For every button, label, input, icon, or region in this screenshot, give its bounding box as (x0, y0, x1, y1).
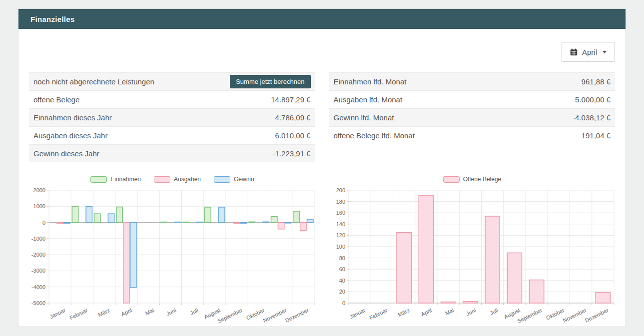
summary-value: 5.000,00 € (575, 95, 611, 104)
summary-label: Gewinn lfd. Monat (334, 113, 394, 122)
bar-einnahmen (116, 207, 122, 223)
panel-title: Finanzielles (30, 15, 75, 23)
svg-text:Dezember: Dezember (284, 307, 310, 324)
bar-gewinn (307, 219, 313, 222)
svg-text:80: 80 (339, 255, 345, 261)
svg-text:1000: 1000 (33, 203, 45, 209)
bar-gewinn (263, 222, 269, 222)
summary-label: Gewinn dieses Jahr (33, 149, 99, 158)
summary-value: 14.897,29 € (271, 95, 310, 104)
legend-item[interactable]: Ausgaben (154, 176, 201, 183)
svg-text:März: März (97, 307, 110, 318)
bar-ausgaben (123, 223, 129, 303)
legend-label: Ausgaben (174, 176, 201, 183)
month-summary-table: Einnahmen lfd. Monat961,88 €Ausgaben lfd… (329, 72, 616, 162)
legend-swatch (90, 176, 107, 183)
open-invoices-legend: Offene Belege (329, 174, 616, 184)
bar-einnahmen (249, 222, 255, 222)
svg-text:120: 120 (336, 232, 345, 238)
table-row: Ausgaben lfd. Monat5.000,00 € (329, 90, 616, 108)
svg-text:0: 0 (342, 300, 345, 306)
svg-text:Januar: Januar (349, 307, 367, 320)
bar-ausgaben (278, 223, 284, 229)
bar-ausgaben (300, 223, 306, 231)
bar-einnahmen (205, 207, 211, 223)
open-invoices-bar-chart-canvas: 020406080100120140160180200JanuarFebruar… (329, 186, 616, 326)
svg-text:Januar: Januar (49, 307, 67, 320)
bar-einnahmen (183, 222, 189, 223)
month-dropdown-button[interactable]: April (562, 42, 615, 62)
svg-text:Juni: Juni (165, 307, 177, 317)
svg-text:40: 40 (339, 278, 345, 284)
bar-gewinn (108, 214, 114, 222)
year-summary-table: noch nicht abgerechnete LeistungenSumme … (29, 72, 315, 162)
summary-value: -1.223,91 € (273, 149, 311, 158)
year-bar-chart-canvas: -5000-4000-3000-2000-1000010002000Januar… (29, 186, 316, 326)
summary-label: noch nicht abgerechnete Leistungen (33, 77, 154, 86)
bar-offene-belege (419, 195, 433, 303)
svg-text:November: November (262, 307, 288, 324)
panel-header: Finanzielles (18, 9, 626, 29)
bar-gewinn (285, 223, 291, 223)
bar-offene-belege (530, 280, 544, 303)
bar-offene-belege (463, 302, 478, 303)
svg-text:Dezember: Dezember (584, 307, 610, 324)
svg-text:20: 20 (339, 289, 345, 295)
bar-einnahmen (160, 222, 166, 223)
table-row: offene Belege14.897,29 € (29, 90, 315, 108)
bar-gewinn (219, 207, 225, 223)
bar-gewinn (196, 222, 202, 223)
bar-gewinn (174, 222, 180, 223)
year-chart: EinnahmenAusgabenGewinn -5000-4000-3000-… (29, 174, 316, 328)
svg-text:160: 160 (336, 210, 345, 216)
toolbar: April (29, 42, 615, 62)
table-row: Gewinn lfd. Monat-4.038,12 € (329, 108, 616, 126)
table-row: Ausgaben dieses Jahr6.010,00 € (29, 126, 315, 144)
svg-text:April: April (420, 307, 433, 317)
table-row: Einnahmen lfd. Monat961,88 € (329, 72, 616, 90)
bar-offene-belege (397, 233, 411, 303)
summary-value: 4.786,09 € (275, 113, 311, 122)
month-label: April (582, 48, 597, 56)
table-row: Einnahmen dieses Jahr4.786,09 € (29, 108, 315, 126)
summary-value: 6.010,00 € (275, 131, 311, 140)
table-row: offene Belege lfd. Monat191,04 € (329, 126, 616, 144)
svg-text:200: 200 (336, 187, 345, 193)
svg-text:September: September (216, 307, 243, 325)
legend-item[interactable]: Gewinn (214, 176, 254, 183)
svg-text:180: 180 (336, 199, 345, 205)
summe-berechnen-button[interactable]: Summe jetzt berechnen (230, 75, 310, 88)
svg-text:Mai: Mai (444, 307, 455, 317)
legend-item[interactable]: Offene Belege (443, 176, 502, 183)
year-chart-legend: EinnahmenAusgabenGewinn (29, 174, 316, 184)
open-invoices-chart: Offene Belege 02040608010012014016018020… (329, 174, 616, 328)
bar-einnahmen (94, 214, 100, 222)
svg-text:März: März (397, 307, 410, 318)
summary-value: 961,88 € (582, 77, 611, 86)
table-row: noch nicht abgerechnete LeistungenSumme … (29, 72, 315, 90)
bar-offene-belege (507, 253, 522, 303)
bar-gewinn (130, 223, 136, 288)
svg-text:April: April (120, 307, 133, 317)
summary-value: -4.038,12 € (573, 113, 611, 122)
bar-einnahmen (293, 211, 299, 223)
legend-label: Offene Belege (463, 176, 502, 183)
bar-einnahmen (72, 206, 78, 222)
calendar-icon (570, 48, 578, 56)
svg-text:-2000: -2000 (31, 252, 45, 258)
summary-label: offene Belege lfd. Monat (334, 131, 415, 140)
svg-text:-4000: -4000 (31, 284, 45, 290)
table-row: Gewinn dieses Jahr-1.223,91 € (29, 144, 315, 162)
summary-label: Einnahmen dieses Jahr (33, 113, 112, 122)
svg-text:Februar: Februar (368, 307, 388, 321)
summary-label: Ausgaben dieses Jahr (33, 131, 107, 140)
svg-text:2000: 2000 (33, 187, 45, 193)
bar-offene-belege (596, 293, 610, 303)
bar-gewinn (64, 223, 70, 224)
legend-item[interactable]: Einnahmen (90, 176, 141, 183)
bar-gewinn (86, 206, 92, 222)
bar-ausgaben (234, 223, 240, 224)
summary-label: Einnahmen lfd. Monat (334, 77, 407, 86)
legend-label: Gewinn (234, 176, 254, 183)
bar-ausgaben (57, 223, 63, 224)
